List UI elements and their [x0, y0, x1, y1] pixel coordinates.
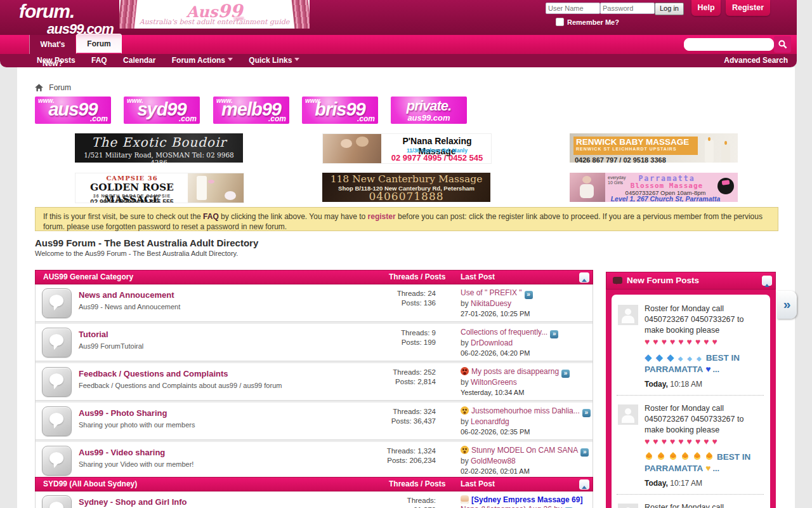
banner-aus99[interactable]: www. aus99 .com	[35, 97, 111, 124]
ad-canterbury-massage[interactable]: 118 New Canterbury Massage Shop B/118-12…	[322, 173, 490, 202]
last-post-user-link[interactable]: NikitaDuesy	[471, 299, 511, 308]
password-input[interactable]	[600, 3, 655, 14]
last-post-title-link[interactable]: [Sydney Empress Massage 69]	[471, 495, 582, 504]
search-input[interactable]	[684, 38, 774, 51]
remember-me-checkbox[interactable]	[556, 18, 564, 26]
subnav: New Posts FAQ Calendar Forum Actions Qui…	[37, 54, 313, 67]
header-banner[interactable]: Aus99 .com Australia's best adult entert…	[119, 0, 310, 29]
last-post-date: 06-02-2026, 02:35 PM	[461, 427, 591, 437]
last-post-user-link[interactable]: WiltonGreens	[471, 378, 517, 387]
go-to-last-post-icon[interactable]	[561, 370, 570, 378]
avatar	[618, 404, 638, 425]
last-post-title-link[interactable]: Justsomehourhoe miss Dahlia...	[471, 406, 580, 415]
forum-title-link[interactable]: Feedback / Questions and Complaints	[79, 369, 228, 378]
register-link[interactable]: register	[368, 212, 396, 221]
forum-stats: Threads: 61,276	[353, 496, 436, 508]
forum-icon	[42, 288, 72, 318]
home-icon[interactable]	[35, 83, 47, 92]
forum-description: Feedback / Questions and Complaints abou…	[79, 382, 351, 389]
advanced-search-link[interactable]: Advanced Search	[724, 54, 788, 67]
register-button[interactable]: Register	[726, 0, 770, 16]
banner-bris99[interactable]: www. bris99 .com	[302, 97, 378, 124]
forum-row-video-sharing: Aus99 - Video sharing Sharing your Video…	[36, 440, 593, 479]
forum-title-link[interactable]: Aus99 - Video sharing	[79, 448, 165, 457]
nav-quick-links[interactable]: Quick Links	[249, 56, 299, 65]
widget-header: New Forum Posts	[606, 272, 776, 290]
speech-bubble-icon	[613, 277, 622, 284]
posts-card: Roster for Monday call 0450723267 045073…	[612, 295, 770, 508]
nav-faq[interactable]: FAQ	[91, 56, 107, 65]
nav-calendar[interactable]: Calendar	[123, 56, 155, 65]
login-button[interactable]: Log in	[655, 3, 684, 15]
sidebar-post[interactable]: Roster for Monday call 0450723267 045073…	[617, 495, 764, 508]
last-post-thread-link[interactable]: Nana (Vietnamese) Aug 26 by	[461, 505, 562, 508]
category-title: SYD99 (All About Sydney)	[43, 478, 137, 490]
forum-row-news: News and Annoucement Aus99 - News and An…	[36, 284, 593, 322]
forum-description: Aus99 - News and Annoucement	[79, 303, 351, 311]
forum-icon	[42, 406, 72, 436]
sidebar-post[interactable]: Roster for Monday call 0450723267 045073…	[617, 396, 764, 495]
last-post-user-link[interactable]: DrDownload	[471, 338, 513, 347]
forum-stats: Threads: 24 Posts: 136	[353, 289, 436, 308]
last-post-title-link[interactable]: My posts are disappearng	[471, 367, 559, 376]
ad-photo	[323, 134, 381, 163]
sidebar-expand-handle[interactable]	[777, 291, 797, 319]
go-to-last-post-icon[interactable]	[582, 409, 591, 417]
tab-whats-new[interactable]: What's New?	[29, 35, 75, 54]
chevron-up-icon	[764, 281, 769, 287]
search-icon	[778, 41, 788, 51]
site-logo[interactable]: forum. aus99.com	[19, 2, 114, 36]
smile-emoji-icon	[461, 406, 469, 415]
new-forum-posts-widget: New Forum Posts Roster for Monday call 0…	[606, 272, 776, 508]
banner-melb99[interactable]: www. melb99 .com	[213, 97, 289, 124]
username-input[interactable]	[546, 3, 600, 14]
tab-forum[interactable]: Forum	[76, 34, 122, 53]
breadcrumb-forum[interactable]: Forum	[49, 83, 71, 92]
small-diamond-icons	[678, 354, 706, 363]
nav-new-posts[interactable]: New Posts	[37, 56, 75, 65]
ad-renwick-baby-massage[interactable]: RENWICK BABY MASSAGE RENWICK ST LEICHHAR…	[570, 133, 738, 163]
first-visit-notice: If this is your first visit, be sure to …	[35, 207, 778, 231]
last-post-user-link[interactable]: GoldMeow88	[471, 457, 516, 465]
help-button[interactable]: Help	[691, 0, 721, 16]
faq-link[interactable]: FAQ	[203, 212, 219, 221]
forum-description: Sharing your Video with our member!	[79, 460, 351, 468]
chevron-up-icon	[582, 276, 587, 282]
last-post-title-link[interactable]: Collections of frequently...	[461, 328, 547, 337]
forum-row-photo-sharing: Aus99 - Photo Sharing Sharing your photo…	[36, 401, 593, 440]
ad-photo	[188, 173, 244, 203]
last-post-title-link[interactable]: Stunny MODEL On CAM SANA	[471, 446, 578, 455]
forum-title-link[interactable]: News and Annoucement	[79, 290, 174, 300]
ad-logo-icon	[717, 178, 734, 194]
go-to-last-post-icon[interactable]	[525, 291, 533, 299]
nav-forum-actions[interactable]: Forum Actions	[172, 56, 233, 65]
search-button[interactable]	[774, 36, 791, 53]
page-title: Aus99 Forum - The Best Australia Adult D…	[35, 237, 258, 248]
ad-pnana-massage[interactable]: P'Nana Relaxing Massage 11/36 Sydney Rd.…	[322, 133, 492, 164]
banner-subtitle: Australia's best adult entertainment gui…	[119, 18, 310, 26]
heart-icon	[705, 364, 710, 374]
post-line2: BEST IN PARRAMATTA...	[645, 451, 764, 474]
ad-blossom-massage[interactable]: everyday10 Girls Parramatta Blossom Mass…	[570, 173, 738, 202]
banner-private-aus99[interactable]: private. aus99.com	[391, 97, 467, 124]
forum-title-link[interactable]: Aus99 - Photo Sharing	[79, 408, 167, 418]
forum-stats: Threads: 1,324 Posts: 206,234	[353, 446, 436, 465]
go-to-last-post-icon[interactable]	[580, 448, 589, 457]
chevron-up-icon	[582, 483, 587, 489]
banner-syd99[interactable]: www. syd99 .com	[124, 97, 200, 124]
last-post-user-link[interactable]: Leonardfdg	[471, 417, 509, 426]
category-syd99: SYD99 (All About Sydney) Threads / Posts…	[35, 477, 593, 508]
category-aus99-general: AUS99 General Category Threads / Posts L…	[35, 270, 593, 479]
forum-title-link[interactable]: Sydney - Shop and Girl Info	[79, 497, 187, 507]
ad-exotic-boudoir[interactable]: The Exotic Boudoir 1/521 Military Road, …	[75, 133, 243, 163]
collapse-category-button[interactable]	[579, 479, 589, 490]
collapse-category-button[interactable]	[579, 272, 589, 283]
ad-golden-rose-massage[interactable]: CAMPSIE 36 GOLDEN ROSE MASSAGE 36 NORTH …	[75, 173, 244, 203]
last-post-title-link[interactable]: Use of " PREFIX "	[461, 288, 522, 297]
sidebar-post[interactable]: Roster for Monday call 0450723267 045073…	[617, 296, 764, 396]
column-last-post: Last Post	[461, 271, 495, 283]
remember-me-label: Remember Me?	[567, 18, 619, 26]
go-to-last-post-icon[interactable]	[550, 330, 558, 338]
collapse-widget-button[interactable]	[762, 276, 772, 286]
forum-title-link[interactable]: Tutorial	[79, 330, 108, 339]
